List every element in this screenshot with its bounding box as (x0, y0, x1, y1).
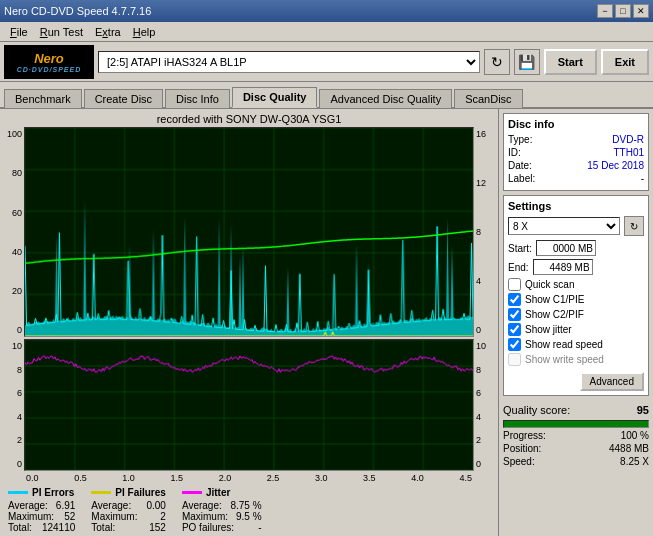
y-label-bot-6: 6 (4, 388, 22, 398)
pi-errors-max-label: Maximum: (8, 511, 54, 522)
speed-select[interactable]: 8 X (508, 217, 620, 235)
quality-score-value: 95 (637, 404, 649, 416)
progress-section: Progress: 100 % Position: 4488 MB Speed:… (503, 420, 649, 469)
save-button[interactable]: 💾 (514, 49, 540, 75)
chart-area: recorded with SONY DW-Q30A YSG1 100 80 6… (0, 109, 498, 536)
pi-failures-avg-value: 0.00 (146, 500, 165, 511)
menu-run-test[interactable]: Run Test (34, 24, 89, 40)
show-write-speed-label: Show write speed (525, 354, 604, 365)
position-label: Position: (503, 443, 541, 454)
disc-date-row: Date: 15 Dec 2018 (508, 160, 644, 171)
show-c2-pif-label: Show C2/PIF (525, 309, 584, 320)
start-mb-row: Start: (508, 240, 644, 256)
pi-failures-title: PI Failures (115, 487, 166, 498)
tab-create-disc[interactable]: Create Disc (84, 89, 163, 108)
settings-title: Settings (508, 200, 644, 212)
start-mb-input[interactable] (536, 240, 596, 256)
end-mb-label: End: (508, 262, 529, 273)
pi-errors-max-value: 52 (64, 511, 75, 522)
y-label-top-0: 0 (4, 325, 22, 335)
y-label-top-80: 80 (4, 168, 22, 178)
y-label-right-top-8: 8 (476, 227, 494, 237)
show-jitter-checkbox[interactable] (508, 323, 521, 336)
show-c1-pie-checkbox[interactable] (508, 293, 521, 306)
y-label-right-top-4: 4 (476, 276, 494, 286)
top-chart (24, 127, 474, 337)
tab-benchmark[interactable]: Benchmark (4, 89, 82, 108)
settings-section: Settings 8 X ↻ Start: End: Quick scan (503, 195, 649, 396)
end-mb-row: End: (508, 259, 644, 275)
app-title: Nero CD-DVD Speed 4.7.7.16 (4, 5, 151, 17)
pi-failures-total-label: Total: (91, 522, 115, 533)
pi-failures-total-value: 152 (149, 522, 166, 533)
quality-label: Quality score: (503, 404, 570, 416)
end-mb-input[interactable] (533, 259, 593, 275)
menu-help[interactable]: Help (127, 24, 162, 40)
menu-extra[interactable]: Extra (89, 24, 127, 40)
legend-pi-errors: PI Errors Average: 6.91 Maximum: 52 Tota… (8, 487, 75, 533)
chart-container: 100 80 60 40 20 0 16 12 8 4 0 (4, 127, 494, 483)
speed-refresh-button[interactable]: ↻ (624, 216, 644, 236)
show-write-speed-checkbox (508, 353, 521, 366)
jitter-po-label: PO failures: (182, 522, 234, 533)
pi-errors-avg-value: 6.91 (56, 500, 75, 511)
legend-area: PI Errors Average: 6.91 Maximum: 52 Tota… (4, 483, 494, 533)
quick-scan-checkbox[interactable] (508, 278, 521, 291)
pi-errors-avg-label: Average: (8, 500, 48, 511)
disc-date-label: Date: (508, 160, 532, 171)
nero-cd-speed-text: CD·DVD/SPEED (17, 66, 82, 73)
start-button[interactable]: Start (544, 49, 597, 75)
show-read-speed-checkbox[interactable] (508, 338, 521, 351)
disc-label-label: Label: (508, 173, 535, 184)
maximize-button[interactable]: □ (615, 4, 631, 18)
tab-disc-info[interactable]: Disc Info (165, 89, 230, 108)
disc-type-row: Type: DVD-R (508, 134, 644, 145)
title-bar: Nero CD-DVD Speed 4.7.7.16 − □ ✕ (0, 0, 653, 22)
show-c1-pie-row: Show C1/PIE (508, 293, 644, 306)
tab-scandisc[interactable]: ScanDisc (454, 89, 522, 108)
tab-disc-quality[interactable]: Disc Quality (232, 87, 318, 108)
window-controls: − □ ✕ (597, 4, 649, 18)
jitter-max-value: 9.5 % (236, 511, 262, 522)
jitter-title: Jitter (206, 487, 230, 498)
progress-value: 100 % (621, 430, 649, 441)
show-c2-pif-row: Show C2/PIF (508, 308, 644, 321)
y-label-right-top-0: 0 (476, 325, 494, 335)
y-label-top-100: 100 (4, 129, 22, 139)
close-button[interactable]: ✕ (633, 4, 649, 18)
disc-id-label: ID: (508, 147, 521, 158)
progress-speed-row: Speed: 8.25 X (503, 456, 649, 467)
speed-row: 8 X ↻ (508, 216, 644, 236)
exit-button[interactable]: Exit (601, 49, 649, 75)
disc-date-value: 15 Dec 2018 (587, 160, 644, 171)
main-content: recorded with SONY DW-Q30A YSG1 100 80 6… (0, 109, 653, 536)
advanced-button[interactable]: Advanced (580, 372, 644, 391)
tab-advanced-disc-quality[interactable]: Advanced Disc Quality (319, 89, 452, 108)
speed-label: Speed: (503, 456, 535, 467)
pi-errors-title: PI Errors (32, 487, 74, 498)
jitter-max-label: Maximum: (182, 511, 228, 522)
minimize-button[interactable]: − (597, 4, 613, 18)
disc-info-section: Disc info Type: DVD-R ID: TTH01 Date: 15… (503, 113, 649, 191)
quick-scan-label: Quick scan (525, 279, 574, 290)
y-label-right-bot-8: 8 (476, 365, 494, 375)
jitter-po-value: - (258, 522, 261, 533)
disc-id-value: TTH01 (613, 147, 644, 158)
y-label-top-40: 40 (4, 247, 22, 257)
drive-select[interactable]: [2:5] ATAPI iHAS324 A BL1P (98, 51, 480, 73)
refresh-button[interactable]: ↻ (484, 49, 510, 75)
pi-failures-color (91, 491, 111, 494)
jitter-color (182, 491, 202, 494)
y-label-top-60: 60 (4, 208, 22, 218)
toolbar: Nero CD·DVD/SPEED [2:5] ATAPI iHAS324 A … (0, 42, 653, 82)
show-jitter-row: Show jitter (508, 323, 644, 336)
show-c2-pif-checkbox[interactable] (508, 308, 521, 321)
jitter-avg-label: Average: (182, 500, 222, 511)
y-label-right-bot-6: 6 (476, 388, 494, 398)
menu-file[interactable]: File (4, 24, 34, 40)
show-jitter-label: Show jitter (525, 324, 572, 335)
y-label-right-bot-4: 4 (476, 412, 494, 422)
menu-bar: File Run Test Extra Help (0, 22, 653, 42)
y-label-right-bot-2: 2 (476, 435, 494, 445)
pi-failures-avg-label: Average: (91, 500, 131, 511)
